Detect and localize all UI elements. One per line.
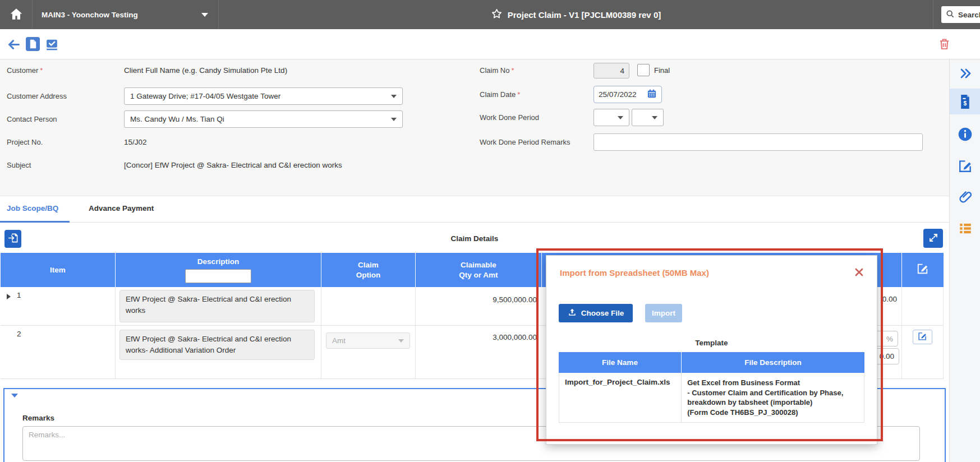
required-marker: * [40,66,43,75]
chevron-down-icon [618,116,623,119]
work-done-period-label: Work Done Period [480,113,539,122]
claim-no-label: Claim No* [480,66,514,75]
upload-icon [568,308,577,318]
divider [943,326,944,378]
required-marker: * [517,90,520,99]
home-button[interactable] [0,0,33,29]
claim-header-form: Customer* Client Full Name (e.g. Candy S… [0,59,949,196]
module-menu[interactable]: MAIN3 - Yoonchow Testing [33,0,219,29]
customer-address-value: 1 Gateway Drive; #17-04/05 Westgate Towe… [130,92,280,100]
edit-icon [918,331,927,343]
modal-title: Import from Spreadsheet (50MB Max) [560,268,709,278]
column-header-edit [902,253,944,287]
contact-person-value: Ms. Candy Wu / Ms. Tian Qi [130,115,224,123]
module-menu-label: MAIN3 - Yoonchow Testing [42,11,138,19]
search-input[interactable] [958,11,980,19]
chevron-down-icon [652,116,657,119]
claimable-amount: 3,000,000.00 [416,333,537,341]
chevron-down-icon [398,339,404,343]
customer-label: Customer* [7,66,43,75]
toolbar [0,29,980,59]
expand-button[interactable] [923,229,943,248]
customer-address-select[interactable]: 1 Gateway Drive; #17-04/05 Westgate Towe… [124,87,403,105]
template-table: File Name File Description Import_for_Pr… [559,352,864,423]
customer-value: Client Full Name (e.g. Candy Simulation … [124,66,287,75]
wdp-remarks-input[interactable] [593,133,923,151]
wdp-remarks-label: Work Done Period Remarks [480,138,570,146]
collapse-icon[interactable] [11,394,18,398]
search-box[interactable] [941,6,980,23]
item-number: 2 [17,330,21,338]
subject-label: Subject [7,161,31,169]
claim-date-input[interactable] [599,90,640,99]
remarks-label: Remarks [22,414,54,422]
search-icon [946,10,955,20]
claim-details-title: Claim Details [0,234,949,243]
claimable-amount: 9,500,000.00 [416,295,537,304]
description-filter-input[interactable] [185,269,251,283]
delete-button[interactable] [938,38,951,52]
claim-no-input[interactable] [593,63,629,78]
contact-person-select[interactable]: Ms. Candy Wu / Ms. Tian Qi [124,110,403,128]
project-no-value: 15/J02 [124,138,147,146]
column-header-description: Description [116,253,321,287]
collapse-sidebar-button[interactable] [950,67,980,80]
description-field[interactable]: EfW Project @ Sakra- Electrical and C&I … [119,290,315,322]
description-field[interactable]: EfW Project @ Sakra- Electrical and C&I … [119,330,315,360]
work-done-period-month-select[interactable] [593,109,629,126]
template-file-name: Import_for_Project_Claim.xls [559,373,682,422]
chevron-down-icon [391,118,397,121]
divider [415,326,416,378]
svg-text:$: $ [964,100,967,107]
work-done-period-year-select[interactable] [632,109,664,126]
topbar: MAIN3 - Yoonchow Testing Project Claim -… [0,0,980,29]
export-pdf-button[interactable] [26,37,40,53]
attachment-icon[interactable] [950,190,980,205]
back-button[interactable] [7,38,21,53]
expand-icon [928,233,938,244]
column-header-file-name: File Name [559,352,681,373]
close-icon[interactable] [854,267,864,279]
divider [321,326,321,378]
subject-value: [Concor] EfW Project @ Sakra- Electrical… [124,161,342,169]
tabs: Job Scope/BQ Advance Payment [0,196,949,223]
required-marker: * [511,66,514,75]
calendar-icon[interactable] [647,89,657,100]
divider [415,287,416,325]
divider [321,287,321,325]
favorite-star-icon[interactable] [491,8,503,21]
final-checkbox[interactable] [637,64,650,76]
divider [901,287,902,325]
edit-icon[interactable] [950,159,980,173]
template-heading: Template [559,339,864,347]
home-icon [9,7,24,23]
right-sidebar: $ [949,59,980,462]
import-modal: Import from Spreadsheet (50MB Max) Choos… [546,255,877,445]
column-header-file-description: File Description [682,352,864,373]
choose-file-label: Choose File [581,309,624,317]
claim-date-field[interactable] [593,86,662,103]
expand-row-icon[interactable] [7,294,11,299]
column-header-description-label: Description [197,257,239,267]
tab-advance-payment[interactable]: Advance Payment [89,204,154,212]
search-area [933,0,980,29]
import-button[interactable]: Import [645,304,682,322]
column-header-claim-option: Claim Option [321,253,415,287]
column-header-item: Item [1,253,115,287]
tab-job-scope-bq[interactable]: Job Scope/BQ [7,204,58,212]
choose-file-button[interactable]: Choose File [559,304,633,322]
final-label: Final [654,66,670,75]
row-edit-button[interactable] [913,330,932,344]
claim-option-value: Amt [332,336,346,345]
info-icon[interactable] [950,127,980,142]
submit-button[interactable] [45,38,59,53]
chevron-down-icon [391,95,397,98]
project-no-label: Project No. [7,138,43,146]
invoice-icon[interactable]: $ [950,94,980,109]
page-title: Project Claim - V1 [PJCLM00389 rev 0] [508,10,661,20]
divider [943,287,944,325]
claim-date-label: Claim Date* [480,90,520,99]
column-header-claimable: Claimable Qty or Amt [416,253,541,287]
claim-option-select[interactable]: Amt [326,332,410,349]
list-icon[interactable] [950,221,980,235]
